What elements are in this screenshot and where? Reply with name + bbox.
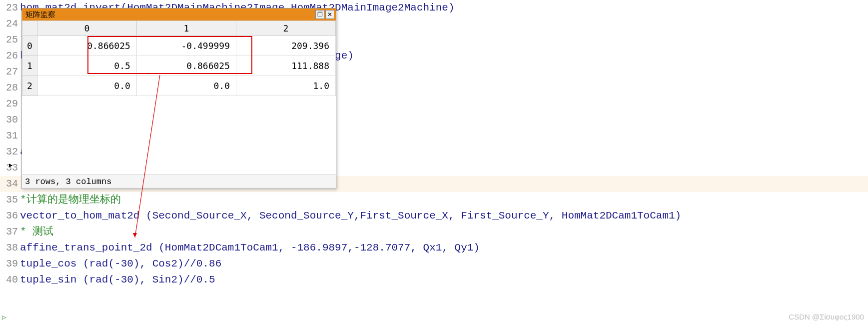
- matrix-cell[interactable]: 0.0: [37, 76, 136, 96]
- code-line[interactable]: 39 tuple_cos (rad(-30), Cos2)//0.86: [0, 256, 868, 272]
- matrix-row: 0 0.866025 -0.499999 209.396: [22, 36, 336, 56]
- execute-cursor-icon: ▷: [2, 313, 6, 322]
- line-number: 34: [0, 176, 19, 192]
- line-number: 29: [0, 96, 19, 112]
- matrix-row-header[interactable]: 1: [22, 56, 37, 76]
- matrix-cell[interactable]: 111.888: [236, 56, 336, 76]
- matrix-cell[interactable]: -0.499999: [136, 36, 236, 56]
- code-line[interactable]: 35 *计算的是物理坐标的: [0, 192, 868, 208]
- line-number: 23: [0, 0, 19, 16]
- matrix-status-bar: 3 rows, 3 columns: [22, 174, 336, 188]
- close-icon[interactable]: ✕: [325, 10, 334, 19]
- breakpoint-marker-icon: ▶: [9, 162, 12, 169]
- code-text: tuple_cos (rad(-30), Cos2)//0.86: [19, 256, 221, 272]
- code-text: affine_trans_point_2d (HomMat2DCam1ToCam…: [19, 240, 480, 256]
- matrix-corner-cell: [22, 21, 37, 36]
- code-text: tuple_sin (rad(-30), Sin2)//0.5: [19, 272, 215, 288]
- matrix-col-header[interactable]: 1: [136, 21, 236, 36]
- line-number: 40: [0, 272, 19, 288]
- code-text: *计算的是物理坐标的: [19, 192, 121, 208]
- line-number: 38: [0, 240, 19, 256]
- matrix-titlebar[interactable]: 矩阵监察 ❐ ✕: [22, 8, 336, 20]
- code-text: * 测试: [19, 224, 53, 240]
- code-line[interactable]: 40 tuple_sin (rad(-30), Sin2)//0.5: [0, 272, 868, 288]
- line-number: 32: [0, 144, 19, 160]
- line-number: 37: [0, 224, 19, 240]
- matrix-cell[interactable]: 0.866025: [136, 56, 236, 76]
- line-number: 25: [0, 32, 19, 48]
- line-number: 39: [0, 256, 19, 272]
- matrix-table-container: 0 1 2 0 0.866025 -0.499999 209.396 1 0.5…: [22, 20, 336, 174]
- matrix-inspector-window[interactable]: 矩阵监察 ❐ ✕ 0 1 2 0 0.866025 -0.499999 209.…: [21, 8, 336, 189]
- matrix-col-header[interactable]: 2: [236, 21, 336, 36]
- code-line[interactable]: 37 * 测试: [0, 224, 868, 240]
- line-number: 28: [0, 80, 19, 96]
- line-number: 26: [0, 48, 19, 64]
- watermark-text: CSDN @Σίσυφος1900: [789, 312, 864, 321]
- line-number: 36: [0, 208, 19, 224]
- matrix-cell[interactable]: 0.0: [136, 76, 236, 96]
- code-text: vector_to_hom_mat2d (Second_Source_X, Se…: [19, 208, 681, 224]
- matrix-col-header[interactable]: 0: [37, 21, 136, 36]
- line-number: 24: [0, 16, 19, 32]
- matrix-cell[interactable]: 0.866025: [37, 36, 136, 56]
- matrix-row-header[interactable]: 2: [22, 76, 37, 96]
- titlebar-buttons: ❐ ✕: [315, 10, 334, 19]
- line-number: 31: [0, 128, 19, 144]
- matrix-cell[interactable]: 209.396: [236, 36, 336, 56]
- code-line[interactable]: 38 affine_trans_point_2d (HomMat2DCam1To…: [0, 240, 868, 256]
- matrix-row: 1 0.5 0.866025 111.888: [22, 56, 336, 76]
- matrix-table[interactable]: 0 1 2 0 0.866025 -0.499999 209.396 1 0.5…: [22, 20, 336, 96]
- line-number: 30: [0, 112, 19, 128]
- matrix-row: 2 0.0 0.0 1.0: [22, 76, 336, 96]
- restore-icon[interactable]: ❐: [315, 10, 324, 19]
- line-number: 35: [0, 192, 19, 208]
- matrix-header-row: 0 1 2: [22, 21, 336, 36]
- matrix-row-header[interactable]: 0: [22, 36, 37, 56]
- matrix-cell[interactable]: 1.0: [236, 76, 336, 96]
- line-number: 27: [0, 64, 19, 80]
- code-line[interactable]: 36 vector_to_hom_mat2d (Second_Source_X,…: [0, 208, 868, 224]
- matrix-cell[interactable]: 0.5: [37, 56, 136, 76]
- window-title: 矩阵监察: [23, 10, 55, 20]
